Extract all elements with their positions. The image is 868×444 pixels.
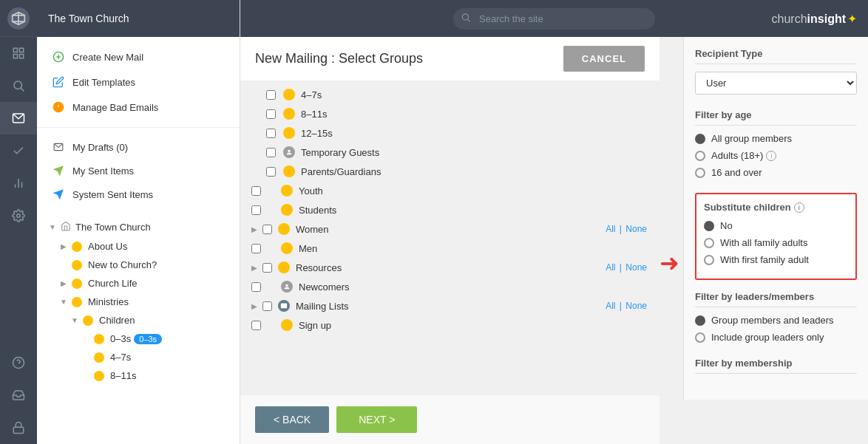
group-sign-up: Sign up (251, 315, 648, 335)
group-women-links: All | None (604, 224, 648, 234)
group-mailing-links: All | None (604, 301, 648, 311)
group-parents: Parents/Guardians (251, 162, 648, 181)
resources-all-link[interactable]: All (606, 262, 615, 273)
group-4-7s-checkbox[interactable] (266, 90, 276, 100)
filter-leaders-all[interactable]: Group members and leaders (695, 315, 857, 326)
g-dot-8-11s (283, 108, 295, 120)
next-button[interactable]: NEXT > (336, 406, 417, 433)
send-icon (52, 164, 65, 177)
group-men-checkbox[interactable] (251, 244, 261, 253)
tree-8-11s[interactable]: 8–11s (37, 366, 240, 385)
adults-info-icon[interactable]: i (766, 151, 776, 161)
search-input[interactable] (453, 8, 655, 30)
group-12-15s-checkbox[interactable] (266, 129, 276, 138)
church-icon (61, 221, 71, 233)
svg-marker-26 (54, 166, 63, 175)
manage-bad-emails-label: Manage Bad Emails (72, 102, 158, 113)
filter-leaders-label: Filter by leaders/members (695, 291, 857, 307)
chevron-placeholder3 (81, 353, 90, 362)
tree-church-life-label: Church Life (88, 278, 137, 289)
group-women-checkbox[interactable] (262, 225, 272, 234)
group-newcomers-checkbox[interactable] (251, 282, 261, 292)
radio-empty-all-family (704, 238, 714, 248)
nav-question-icon[interactable] (0, 346, 37, 379)
edit-templates-action[interactable]: Edit Templates (37, 69, 240, 95)
recipient-type-select[interactable]: User Admin (695, 72, 857, 95)
tree-about-us-label: About Us (88, 241, 127, 252)
tree-new-to-church[interactable]: New to Church? (37, 256, 240, 274)
tree-0-3s[interactable]: 0–3s 0–3s (37, 329, 240, 348)
nav-search-icon[interactable] (0, 69, 37, 102)
filter-membership-section: Filter by membership (695, 358, 857, 374)
substitute-first-family[interactable]: With first family adult (704, 254, 848, 265)
mailing-none-link[interactable]: None (625, 301, 647, 311)
back-button[interactable]: < BACK (255, 406, 329, 433)
tree-church-life[interactable]: ▶ Church Life (37, 274, 240, 293)
group-women-name: Women (296, 224, 600, 235)
g-dot-sign-up (281, 319, 293, 331)
filter-age-adults[interactable]: Adults (18+) i (695, 150, 857, 161)
filter-age-label: Filter by age (695, 109, 857, 126)
nav-settings-icon[interactable] (0, 199, 37, 232)
g-chevron-placeholder2 (268, 205, 277, 214)
group-mailing-lists-checkbox[interactable] (262, 301, 272, 311)
group-8-11s-checkbox[interactable] (266, 109, 276, 119)
g-avatar-temporary-guests (283, 146, 295, 158)
nav-grid-icon[interactable] (0, 37, 37, 69)
group-4-7s: 4–7s (251, 85, 648, 104)
resources-none-link[interactable]: None (625, 262, 647, 273)
chevron-placeholder (59, 261, 68, 270)
arrow-area: ➜ (660, 37, 683, 275)
chevron-placeholder2 (81, 335, 90, 344)
chevron-right-icon2: ▶ (59, 279, 68, 288)
group-sign-up-checkbox[interactable] (251, 321, 261, 330)
mailing-all-link[interactable]: All (606, 301, 615, 311)
new-to-church-dot (72, 260, 82, 270)
group-resources-checkbox[interactable] (262, 263, 272, 273)
tree-children[interactable]: ▼ Children (37, 311, 240, 329)
women-all-link[interactable]: All (606, 224, 615, 234)
cancel-button[interactable]: CANCEL (563, 46, 645, 72)
nav-inbox-icon[interactable] (0, 379, 37, 411)
filter-leaders-only[interactable]: Include group leaders only (695, 332, 857, 343)
substitute-all-family[interactable]: With all family adults (704, 237, 848, 248)
sidebar-header: The Town Church (37, 0, 240, 37)
nav-check-icon[interactable] (0, 134, 37, 167)
svg-point-32 (285, 284, 288, 287)
group-8-11s-name: 8–11s (301, 109, 648, 120)
group-4-7s-name: 4–7s (301, 89, 648, 100)
nav-lock-icon[interactable] (0, 411, 37, 444)
my-drafts-nav[interactable]: My Drafts (0) (37, 135, 240, 159)
my-sent-items-nav[interactable]: My Sent Items (37, 159, 240, 182)
nav-mail-icon[interactable] (0, 102, 37, 134)
group-temporary-guests-checkbox[interactable] (266, 148, 276, 157)
nav-chart-icon[interactable] (0, 167, 37, 199)
create-mail-action[interactable]: Create New Mail (37, 44, 240, 69)
main-area: churchinsight✦ New Mailing : Select Grou… (240, 0, 868, 444)
chevron-right-icon: ▶ (59, 242, 68, 251)
filter-age-all-label: All group members (711, 133, 792, 144)
tree-about-us[interactable]: ▶ About Us (37, 237, 240, 256)
tree-8-11s-label: 8–11s (110, 370, 136, 381)
buttons-row: < BACK NEXT > (240, 395, 660, 444)
substitute-info-icon[interactable]: i (794, 202, 804, 213)
group-youth-checkbox[interactable] (251, 186, 261, 196)
svg-rect-7 (20, 55, 24, 58)
groups-scroll: 4–7s 8–11s 12–15s (240, 81, 660, 395)
women-none-link[interactable]: None (625, 224, 647, 234)
radio-filled-leaders-all (695, 315, 705, 326)
content-row: New Mailing : Select Groups CANCEL 4–7s … (240, 37, 868, 444)
tree-4-7s[interactable]: 4–7s (37, 348, 240, 366)
group-students-checkbox[interactable] (251, 205, 261, 215)
tree-ministries[interactable]: ▼ Ministries (37, 293, 240, 311)
radio-empty-16 (695, 168, 705, 178)
group-12-15s-name: 12–15s (301, 128, 648, 139)
chevron-placeholder4 (81, 372, 90, 380)
manage-bad-emails-action[interactable]: Manage Bad Emails (37, 95, 240, 120)
tree-town-church[interactable]: ▼ The Town Church (37, 217, 240, 237)
group-parents-checkbox[interactable] (266, 167, 276, 177)
substitute-no[interactable]: No (704, 220, 848, 231)
system-sent-items-nav[interactable]: System Sent Items (37, 182, 240, 206)
sidebar-title: The Town Church (48, 13, 129, 24)
filter-age-16[interactable]: 16 and over (695, 167, 857, 178)
